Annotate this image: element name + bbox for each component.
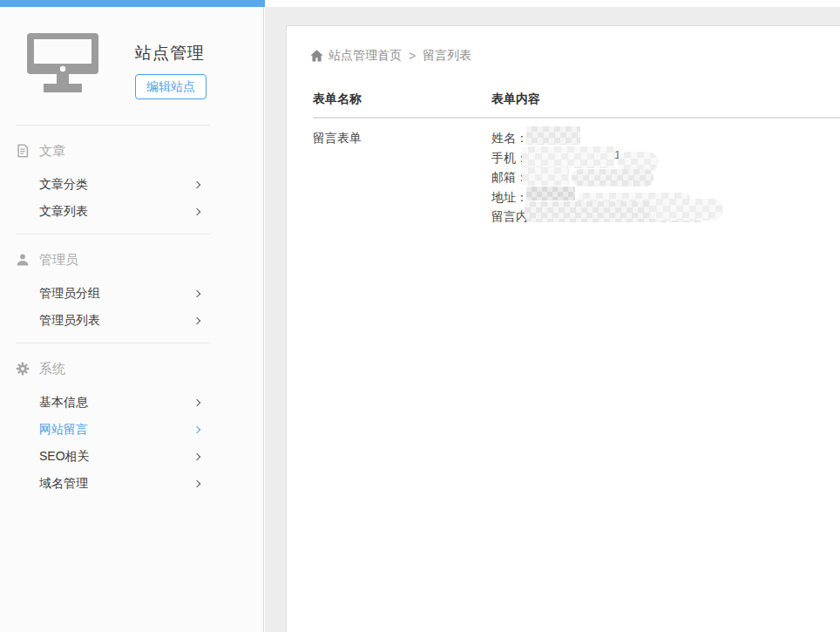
redacted-name-value (526, 126, 580, 145)
item-label: 管理员分组 (39, 286, 100, 302)
item-label: 管理员列表 (39, 313, 100, 329)
redacted-message-value (650, 199, 723, 221)
section-header-article: 文章 (16, 138, 210, 164)
top-accent-bar (0, 0, 266, 7)
article-icon (16, 144, 30, 158)
site-title: 站点管理 (135, 42, 205, 65)
chevron-right-icon (193, 208, 200, 215)
home-icon (310, 50, 323, 62)
top-white-strip (265, 0, 840, 7)
sidebar-item-basic-info[interactable]: 基本信息 (16, 389, 210, 416)
breadcrumb-home-link[interactable]: 站点管理首页 (329, 48, 402, 64)
chevron-right-icon (193, 181, 200, 188)
sidebar-item-seo[interactable]: SEO相关 (16, 443, 210, 470)
redacted-phone-value (522, 146, 615, 168)
chevron-right-icon (193, 317, 200, 324)
section-label: 管理员 (39, 252, 78, 268)
main-area: 站点管理首页 > 留言列表 表单名称 表单内容 留言表单 姓名： 手机： 邮箱：… (265, 0, 840, 632)
section-header-system: 系统 (16, 356, 210, 382)
sidebar-item-admin-list[interactable]: 管理员列表 (16, 307, 210, 334)
item-label: 基本信息 (39, 395, 88, 411)
redacted-address-value (526, 187, 575, 200)
chevron-right-icon (193, 426, 200, 433)
menu-section-article: 文章 文章分类 文章列表 (16, 125, 210, 234)
form-content-cell: 姓名： 手机： 邮箱： 地址： 留言内 1 (491, 128, 840, 227)
page: 站点管理 编辑站点 文章 文章分类 (0, 0, 840, 632)
redacted-email-value (572, 169, 654, 187)
sidebar-item-admin-group[interactable]: 管理员分组 (16, 280, 210, 307)
menu-section-system: 系统 基本信息 网站留言 SEO相关 域名管理 (16, 343, 210, 506)
table-header-row: 表单名称 表单内容 (313, 92, 840, 119)
system-gear-icon (16, 362, 30, 376)
section-header-admin: 管理员 (16, 247, 210, 273)
sidebar-item-article-category[interactable]: 文章分类 (16, 171, 210, 198)
edit-site-button[interactable]: 编辑站点 (135, 74, 207, 99)
chevron-right-icon (193, 399, 200, 406)
column-header-form-content: 表单内容 (491, 92, 840, 107)
sidebar: 站点管理 编辑站点 文章 文章分类 (0, 7, 264, 632)
redacted-email-value (522, 167, 569, 186)
monitor-icon (27, 33, 98, 98)
sidebar-item-article-list[interactable]: 文章列表 (16, 198, 210, 225)
item-label: 文章分类 (39, 177, 88, 193)
content-card: 站点管理首页 > 留言列表 表单名称 表单内容 留言表单 姓名： 手机： 邮箱：… (286, 25, 840, 632)
item-label: SEO相关 (39, 449, 90, 465)
breadcrumb-current: 留言列表 (423, 48, 471, 64)
chevron-right-icon (193, 480, 200, 487)
column-header-form-name: 表单名称 (313, 92, 491, 107)
admin-icon (16, 253, 30, 267)
chevron-right-icon (193, 453, 200, 460)
section-label: 文章 (39, 143, 65, 160)
breadcrumb-separator: > (407, 49, 417, 63)
sidebar-header: 站点管理 编辑站点 (0, 7, 263, 125)
messages-table: 表单名称 表单内容 留言表单 姓名： 手机： 邮箱： 地址： 留言内 1 (313, 92, 840, 227)
item-label: 域名管理 (39, 476, 88, 492)
menu-section-admin: 管理员 管理员分组 管理员列表 (16, 234, 210, 343)
table-row: 留言表单 姓名： 手机： 邮箱： 地址： 留言内 1 (313, 119, 840, 227)
sidebar-menu: 文章 文章分类 文章列表 (16, 125, 210, 506)
chevron-right-icon (193, 290, 200, 297)
item-label: 网站留言 (39, 422, 88, 438)
breadcrumb: 站点管理首页 > 留言列表 (310, 48, 471, 64)
item-label: 文章列表 (39, 204, 88, 220)
sidebar-item-domain[interactable]: 域名管理 (16, 470, 210, 497)
sidebar-item-site-messages[interactable]: 网站留言 (16, 416, 210, 443)
section-label: 系统 (39, 361, 65, 377)
form-name-cell: 留言表单 (313, 128, 491, 227)
